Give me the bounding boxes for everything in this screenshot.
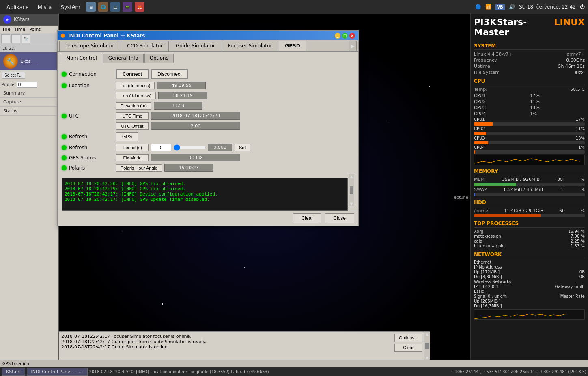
polaris-angle-btn[interactable]: Polaris Hour Angle — [116, 164, 162, 172]
menu-time[interactable]: Time — [13, 26, 26, 32]
kstars-menubar: File Time Point — [0, 26, 58, 33]
fix-mode-btn[interactable]: Fix Mode — [116, 154, 149, 161]
main-log-2: 2018-07-18T22:42:17 Guider port from Gui… — [61, 339, 390, 344]
gps-btn[interactable]: GPS — [116, 132, 138, 141]
desktop-taskbar: Aplikace Místa Systém 🖥 🌐 💻 📟 🦊 🔵 📶 VB 🔊… — [0, 0, 588, 14]
main-scroll-down[interactable]: ▼ — [424, 356, 430, 360]
disconnect-btn[interactable]: Disconnect — [151, 69, 188, 79]
wireless-label: Wireless Networks — [474, 279, 511, 284]
scrollbar-thumb[interactable] — [350, 186, 353, 194]
close-btn[interactable]: Close — [325, 213, 354, 223]
period-slider[interactable] — [174, 144, 206, 151]
indi-maximize-btn[interactable]: □ — [342, 33, 348, 39]
log-area-wrapper: 2018-07-18T20:42:20: [INFO] GPS fix obta… — [62, 174, 354, 206]
utc-time-btn[interactable]: UTC Time — [116, 112, 149, 120]
network-mini-graph — [474, 309, 585, 320]
location-label: Location — [69, 83, 114, 88]
sub-tab-main-control[interactable]: Main Control — [61, 54, 102, 63]
app-menu-aplikace[interactable]: Aplikace — [3, 3, 32, 11]
app-icon-2[interactable]: 🌐 — [98, 2, 108, 12]
indi-title-btns: _ □ × — [335, 33, 355, 39]
toolbar-btn-2[interactable]: ⊕ — [11, 34, 20, 43]
app-icon-5[interactable]: 🦊 — [135, 2, 144, 12]
swap-label: SWAP — [474, 187, 487, 192]
main-scrollbar-thumb[interactable] — [425, 343, 429, 349]
freq-value: 0,60Ghz — [566, 58, 585, 63]
cpu-temp-row: Temp: 58.5 C — [474, 87, 585, 92]
app-icon-1[interactable]: 🖥 — [86, 2, 96, 12]
wireless-down: Dn [16,3MiB ] — [474, 304, 502, 308]
nav-status[interactable]: Status — [0, 107, 58, 116]
connect-btn[interactable]: Connect — [116, 69, 149, 79]
menu-file[interactable]: File — [2, 26, 11, 32]
process-1: Xorg 16.94 % — [474, 229, 585, 234]
taskbar-tab-indi[interactable]: INDI Control Panel — ... — [27, 368, 88, 376]
uptime-value: 5h 46m 10s — [558, 64, 585, 69]
menu-point[interactable]: Point — [28, 26, 41, 32]
ethernet-ip: IP No Address — [474, 265, 502, 269]
freq-row: Frequency 0,60Ghz — [474, 58, 585, 63]
taskbar-tab-kstars[interactable]: KStars — [2, 368, 25, 376]
wireless-ip: IP 10.42.0.1 — [474, 284, 498, 289]
main-log-area: 2018-07-18T22:42:17 Focuser Simulator fo… — [59, 331, 430, 360]
freq-label: Frequency — [474, 58, 497, 63]
tab-scroll-right[interactable]: ▶ — [349, 41, 357, 51]
tab-telescope-sim[interactable]: Telescope Simulator — [59, 41, 120, 51]
indi-content: Connection Connect Disconnect Location L… — [58, 63, 358, 211]
cpu3-bar-label: CPU3 — [474, 136, 485, 140]
profile-input[interactable] — [17, 82, 37, 88]
tab-focuser-sim[interactable]: Focuser Simulator — [222, 41, 278, 51]
neptune-label: eptune — [454, 195, 468, 200]
wireless-master-rate: Master Rate — [560, 294, 585, 299]
cpu4-bar — [474, 150, 585, 154]
toolbar-btn-1[interactable]: + — [1, 34, 10, 43]
tab-guide-sim[interactable]: Guide Simulator — [170, 41, 221, 51]
app-menu-system[interactable]: Systém — [57, 3, 83, 11]
toolbar-btn-3[interactable]: 🔭 — [22, 34, 30, 43]
nav-capture[interactable]: Capture — [0, 98, 58, 107]
select-profile-btn[interactable]: Select P... — [2, 72, 25, 79]
hdd-bar — [474, 214, 585, 217]
app-icon-3[interactable]: 💻 — [110, 2, 120, 12]
tab-gpsd[interactable]: GPSD — [279, 41, 306, 51]
cpu2-bar-label: CPU2 — [474, 127, 485, 131]
log-area[interactable]: 2018-07-18T20:42:20: [INFO] GPS fix obta… — [62, 178, 348, 211]
hdd-usage: 11.4GiB / 29.1GiB — [504, 208, 543, 213]
main-scroll-up[interactable]: ▲ — [424, 332, 430, 336]
sub-tab-general-info[interactable]: General Info — [103, 54, 144, 63]
ethernet-label: Ethernet — [474, 260, 491, 264]
mem-pct: 38 — [557, 177, 563, 182]
set-btn[interactable]: Set — [235, 144, 250, 151]
kernel-row: Linux 4.4.38-v7+ armv7+ — [474, 52, 585, 57]
gps-bar-label: GPS Location — [2, 361, 29, 366]
tab-ccd-sim[interactable]: CCD Simulator — [121, 41, 169, 51]
clear-btn[interactable]: Clear — [293, 213, 322, 223]
wireless-down-row: Dn [16,3MiB ] — [474, 304, 585, 308]
scroll-down-btn[interactable]: ▼ — [349, 202, 354, 206]
app-icon-4[interactable]: 📟 — [123, 2, 132, 12]
main-log-scrollbar[interactable]: ▲ ▼ — [424, 332, 430, 360]
indi-close-btn[interactable]: × — [349, 33, 355, 39]
process-3: caja 2.25 % — [474, 239, 585, 243]
lon-btn[interactable]: Lon (dd:mm:ss) — [116, 92, 156, 99]
refresh-gps-dot — [62, 134, 67, 139]
scroll-up-btn[interactable]: ▲ — [349, 174, 354, 179]
cpu1-label: CPU1 — [474, 93, 529, 98]
period-btn[interactable]: Period (s) — [116, 144, 149, 151]
sub-tab-options[interactable]: Options — [144, 54, 174, 63]
elev-btn[interactable]: Elevation (m) — [116, 102, 151, 110]
cpu4-bar-label: CPU4 — [474, 145, 485, 150]
ekos-title: Ekos — — [20, 59, 37, 64]
indi-minimize-btn[interactable]: _ — [335, 33, 340, 39]
log-clear-btn[interactable]: Clear — [394, 344, 422, 352]
power-icon[interactable]: ⏻ — [580, 4, 585, 10]
options-btn[interactable]: Options... — [394, 334, 422, 342]
cpu-temp-label: Temp: — [474, 87, 487, 92]
volume-icon: 🔊 — [509, 4, 515, 10]
log-scrollbar[interactable]: ▲ ▼ — [349, 174, 354, 206]
nav-summary[interactable]: Summary — [0, 89, 58, 98]
app-menu-mista[interactable]: Místa — [34, 3, 55, 11]
utc-offset-btn[interactable]: UTC Offset — [116, 122, 149, 130]
period-input[interactable] — [151, 144, 171, 151]
lat-btn[interactable]: Lat (dd:mm:ss) — [116, 82, 155, 89]
